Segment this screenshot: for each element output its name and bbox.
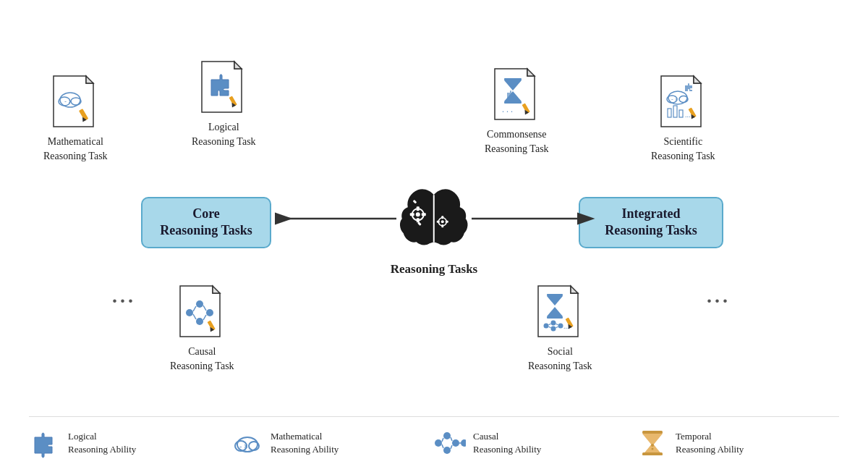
svg-rect-14 [446, 221, 448, 223]
commonsense-doc-label: CommonsenseReasoning Task [485, 127, 549, 156]
svg-line-75 [442, 444, 443, 448]
integrated-reasoning-box: IntegratedReasoning Tasks [579, 197, 723, 248]
svg-point-56 [551, 326, 556, 332]
svg-rect-28 [504, 101, 522, 104]
svg-rect-80 [642, 452, 663, 455]
legend-temporal: TemporalReasoning Ability [637, 427, 839, 459]
svg-point-44 [196, 318, 203, 325]
dots-right: ··· [707, 290, 731, 313]
dots-left: ··· [112, 290, 136, 313]
svg-point-45 [206, 309, 213, 316]
svg-text:- ×: - × [671, 96, 678, 103]
social-reasoning-doc: ... SocialReasoning Task [528, 282, 592, 373]
social-doc-icon: ... [535, 282, 585, 340]
legend-cloud-icon: - × [231, 427, 263, 459]
svg-text:- ×: - × [239, 442, 248, 450]
math-doc-label: MathematicalReasoning Task [43, 135, 108, 163]
svg-rect-5 [410, 213, 414, 216]
svg-rect-13 [437, 221, 440, 223]
causal-doc-icon [176, 282, 227, 340]
legend-logical-label: LogicalReasoning Ability [68, 430, 136, 456]
scientific-doc-label: ScientificReasoning Task [651, 135, 715, 163]
svg-rect-11 [441, 216, 443, 219]
svg-text:. . .: . . . [502, 104, 513, 114]
svg-line-76 [451, 437, 452, 441]
brain-icon [391, 184, 477, 256]
svg-point-72 [452, 439, 459, 447]
svg-point-69 [435, 439, 442, 447]
legend-puzzle-icon [29, 427, 61, 459]
math-reasoning-doc: - × MathematicalReasoning Task [43, 72, 108, 163]
svg-rect-52 [547, 294, 563, 296]
core-reasoning-box: CoreReasoning Tasks [141, 197, 271, 248]
legend-causal: CausalReasoning Ability [434, 427, 637, 459]
causal-reasoning-doc: CausalReasoning Task [170, 282, 234, 373]
svg-point-70 [443, 432, 451, 439]
brain-center: Reasoning Tasks [391, 184, 477, 277]
svg-point-82 [652, 448, 654, 450]
svg-line-77 [451, 445, 452, 449]
svg-rect-6 [422, 213, 426, 216]
svg-rect-12 [441, 224, 443, 227]
legend-causal-icon [434, 427, 466, 459]
legend-temporal-label: TemporalReasoning Ability [676, 430, 744, 456]
svg-rect-53 [547, 316, 563, 319]
svg-point-57 [558, 324, 563, 329]
commonsense-reasoning-doc: . . . CommonsenseReasoning Task [485, 65, 549, 156]
svg-point-55 [551, 321, 556, 326]
svg-rect-27 [504, 78, 522, 80]
svg-point-10 [441, 220, 444, 223]
logical-reasoning-doc: LogicalReasoning Task [192, 58, 256, 148]
logical-doc-icon [198, 58, 249, 116]
commonsense-doc-icon: . . . [491, 65, 542, 123]
brain-label: Reasoning Tasks [391, 262, 477, 277]
svg-rect-4 [417, 218, 420, 222]
svg-rect-79 [642, 431, 663, 434]
svg-point-73 [461, 439, 466, 447]
svg-rect-3 [417, 206, 420, 211]
logical-doc-label: LogicalReasoning Task [192, 120, 256, 148]
svg-point-2 [416, 212, 420, 216]
scientific-doc-icon: - × ... [658, 72, 708, 130]
svg-point-71 [443, 447, 451, 454]
social-doc-label: SocialReasoning Task [528, 345, 592, 373]
legend-hourglass-icon [637, 427, 668, 459]
scientific-reasoning-doc: - × ... ScientificReasoning Task [651, 72, 715, 163]
math-doc-icon: - × [50, 72, 101, 130]
svg-text:- ×: - × [64, 98, 72, 105]
diagram-container: Reasoning Tasks CoreReasoning Tasks Inte… [0, 0, 868, 472]
svg-point-42 [186, 309, 193, 316]
legend-causal-label: CausalReasoning Ability [473, 430, 541, 456]
svg-point-43 [196, 300, 203, 308]
legend-math-label: MathematicalReasoning Ability [271, 430, 339, 456]
svg-text:...: ... [685, 111, 691, 119]
causal-doc-label: CausalReasoning Task [170, 345, 234, 373]
svg-point-54 [544, 324, 549, 329]
legend-math: - × MathematicalReasoning Ability [231, 427, 434, 459]
svg-line-74 [442, 438, 443, 442]
legend-logical: LogicalReasoning Ability [29, 427, 231, 459]
svg-point-81 [651, 444, 654, 447]
legend: LogicalReasoning Ability - × Mathematica… [29, 416, 839, 459]
